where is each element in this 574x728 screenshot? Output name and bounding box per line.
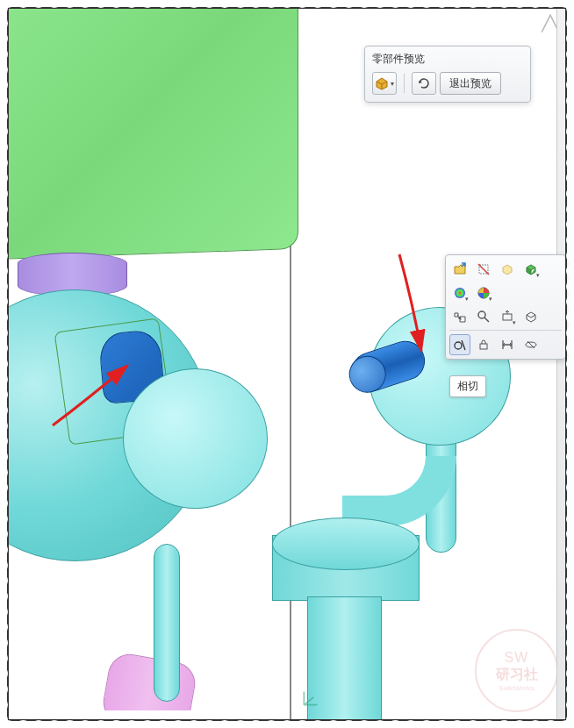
exit-preview-button[interactable]: 退出预览	[440, 72, 501, 95]
move-icon[interactable]	[449, 306, 470, 327]
context-toolbar	[445, 254, 566, 360]
cyan-pipe-left	[154, 544, 180, 702]
svg-point-3	[478, 311, 485, 318]
linear-mate-icon[interactable]	[520, 334, 542, 355]
width-mate-icon[interactable]	[497, 334, 518, 355]
zoom-icon[interactable]	[473, 306, 494, 327]
svg-rect-4	[503, 314, 512, 320]
task-pane-strip[interactable]	[556, 9, 565, 719]
annotation-arrow-right	[364, 250, 452, 367]
mate-tooltip: 相切	[449, 375, 486, 397]
open-part-icon[interactable]	[449, 259, 470, 280]
part-preview-panel: 零部件预览 退出预览	[364, 46, 531, 103]
pink-pipe	[100, 651, 198, 710]
watermark-en: SolidWorks	[499, 684, 534, 692]
lock-mate-icon[interactable]	[473, 334, 494, 355]
normal-to-icon[interactable]	[497, 306, 518, 327]
svg-rect-6	[480, 344, 487, 349]
view-triad-icon[interactable]	[300, 686, 323, 709]
watermark-cn: 研习社	[496, 666, 538, 684]
separator	[404, 74, 405, 93]
insert-part-button[interactable]	[372, 72, 397, 95]
annotation-arrow-left	[44, 355, 149, 437]
watermark-sw: SW	[505, 650, 529, 666]
tooltip-text: 相切	[457, 380, 478, 392]
cad-viewport[interactable]	[9, 9, 565, 719]
refresh-button[interactable]	[412, 72, 436, 95]
isolate-icon[interactable]	[520, 259, 542, 280]
cyan-base-top	[272, 517, 420, 570]
green-housing	[9, 9, 298, 260]
color-icon[interactable]	[473, 282, 494, 303]
appearance-icon[interactable]	[449, 282, 470, 303]
svg-point-1	[455, 288, 465, 298]
watermark: SW 研习社 SolidWorks	[475, 629, 558, 712]
transparency-icon[interactable]	[497, 259, 518, 280]
svg-point-5	[455, 342, 462, 349]
rotate-view-icon[interactable]	[520, 306, 542, 327]
hide-part-icon[interactable]	[473, 259, 494, 280]
preview-title: 零部件预览	[372, 52, 523, 67]
tangent-mate-icon[interactable]	[449, 334, 470, 355]
